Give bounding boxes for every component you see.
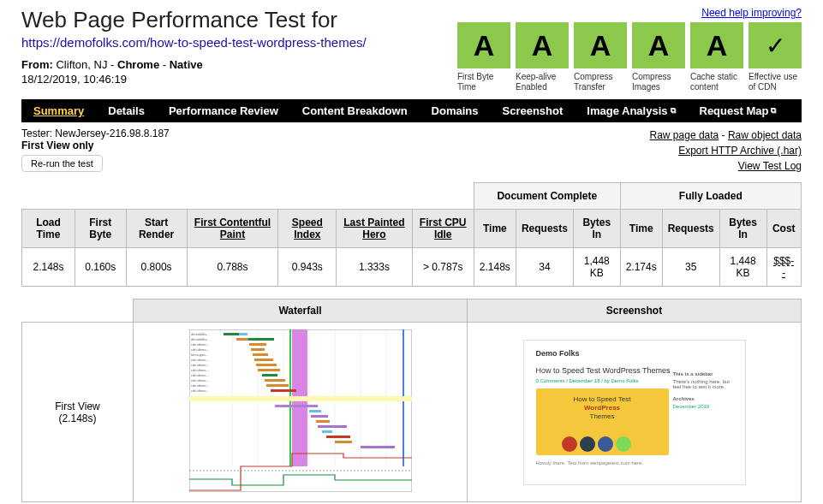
view-log-link[interactable]: View Test Log [738, 160, 802, 172]
svg-text:cdn.demo...: cdn.demo... [191, 347, 209, 352]
svg-rect-34 [361, 446, 395, 448]
nav-summary[interactable]: Summary [21, 104, 96, 117]
nav-domains[interactable]: Domains [420, 104, 491, 117]
metrics-table: Document Complete Fully Loaded Load Time… [21, 182, 802, 287]
svg-text:cdn.demo...: cdn.demo... [191, 373, 209, 377]
export-har-link[interactable]: Export HTTP Archive (.har) [678, 145, 802, 157]
grades-row: AFirst Byte Time AKeep-alive Enabled ACo… [457, 22, 802, 92]
external-link-icon: ⧉ [771, 106, 776, 116]
nav-request-map[interactable]: Request Map⧉ [688, 104, 789, 117]
svg-rect-27 [309, 410, 321, 412]
waterfall-screenshot-table: Waterfall Screenshot First View (2.148s) [21, 299, 802, 502]
svg-rect-22 [262, 374, 277, 377]
grade-compress-images[interactable]: A [632, 22, 685, 68]
svg-rect-20 [256, 364, 277, 366]
svg-rect-11 [189, 396, 412, 401]
svg-text:cdn.demo...: cdn.demo... [191, 378, 209, 382]
svg-rect-15 [248, 338, 274, 341]
test-datetime: 18/12/2019, 10:46:19 [21, 73, 457, 86]
group-fully-loaded: Fully Loaded [620, 183, 801, 210]
row-first-view-label: First View (2.148s) [22, 323, 134, 502]
svg-text:cdn.demo...: cdn.demo... [191, 388, 209, 393]
waterfall-chart-icon: demofolks...demofolks...cdn.demo...cdn.d… [189, 329, 412, 492]
svg-rect-21 [258, 369, 280, 371]
nav-content-breakdown[interactable]: Content Breakdown [290, 104, 420, 117]
help-link[interactable]: Need help improving? [701, 7, 802, 19]
svg-text:cdn.demo...: cdn.demo... [191, 358, 209, 362]
svg-rect-30 [318, 425, 347, 428]
svg-rect-31 [322, 430, 332, 433]
ss-hero-icon: How to Speed TestWordPressThemes [536, 388, 669, 455]
svg-rect-19 [254, 359, 273, 361]
grade-first-byte[interactable]: A [457, 22, 510, 68]
th-screenshot: Screenshot [468, 299, 802, 323]
svg-rect-17 [251, 348, 265, 351]
from-line: From: Clifton, NJ - Chrome - Native [21, 58, 457, 71]
grade-cache-static[interactable]: A [690, 22, 743, 68]
svg-text:cdn.demo...: cdn.demo... [191, 383, 209, 388]
grade-compress-transfer[interactable]: A [574, 22, 627, 68]
rerun-button[interactable]: Re-run the test [21, 155, 103, 172]
svg-text:cdn.demo...: cdn.demo... [191, 342, 209, 347]
nav-bar: Summary Details Performance Review Conte… [21, 99, 802, 122]
svg-rect-28 [311, 415, 328, 418]
grade-keepalive[interactable]: A [516, 22, 569, 68]
svg-text:demofolks...: demofolks... [191, 332, 210, 336]
svg-text:demofolks...: demofolks... [191, 337, 210, 341]
svg-rect-13 [239, 333, 247, 335]
ss-logo: Demo Folks [536, 349, 733, 358]
raw-page-link[interactable]: Raw page data [650, 129, 719, 141]
page-title: Web Page Performance Test for [21, 7, 457, 33]
svg-rect-23 [265, 379, 285, 382]
nav-performance-review[interactable]: Performance Review [157, 104, 290, 117]
grade-cdn[interactable]: ✓ [748, 22, 802, 68]
group-doc-complete: Document Complete [474, 183, 620, 210]
svg-rect-24 [266, 384, 289, 387]
svg-text:fonts.goo...: fonts.goo... [191, 353, 208, 357]
tester-line: Tester: NewJersey-216.98.8.187 [21, 127, 170, 139]
th-waterfall: Waterfall [134, 299, 468, 323]
svg-rect-29 [316, 420, 330, 423]
svg-rect-32 [326, 436, 350, 438]
first-view-only: First View only [21, 139, 170, 151]
nav-details[interactable]: Details [96, 104, 157, 117]
svg-rect-12 [224, 333, 239, 335]
screenshot-thumb[interactable]: Demo Folks How to Speed Test WordPress T… [468, 323, 802, 502]
external-link-icon: ⧉ [671, 106, 676, 116]
svg-rect-14 [236, 338, 248, 341]
svg-text:cdn.demo...: cdn.demo... [191, 368, 209, 372]
svg-rect-26 [275, 405, 318, 407]
tested-url-link[interactable]: https://demofolks.com/how-to-speed-test-… [21, 35, 367, 50]
nav-screenshot[interactable]: Screenshot [491, 104, 576, 117]
svg-rect-25 [271, 389, 296, 392]
ss-footer: Howdy there. Test from webpagetest.com h… [536, 460, 733, 465]
raw-object-link[interactable]: Raw object data [728, 129, 802, 141]
svg-text:cdn.demo...: cdn.demo... [191, 363, 209, 367]
svg-rect-33 [335, 441, 352, 443]
svg-rect-18 [253, 353, 268, 356]
metrics-row: 2.148s 0.160s 0.800s 0.788s 0.943s 1.333… [22, 248, 802, 287]
waterfall-thumb[interactable]: demofolks...demofolks...cdn.demo...cdn.d… [134, 323, 468, 502]
nav-image-analysis[interactable]: Image Analysis⧉ [575, 104, 687, 117]
svg-rect-16 [249, 343, 266, 346]
